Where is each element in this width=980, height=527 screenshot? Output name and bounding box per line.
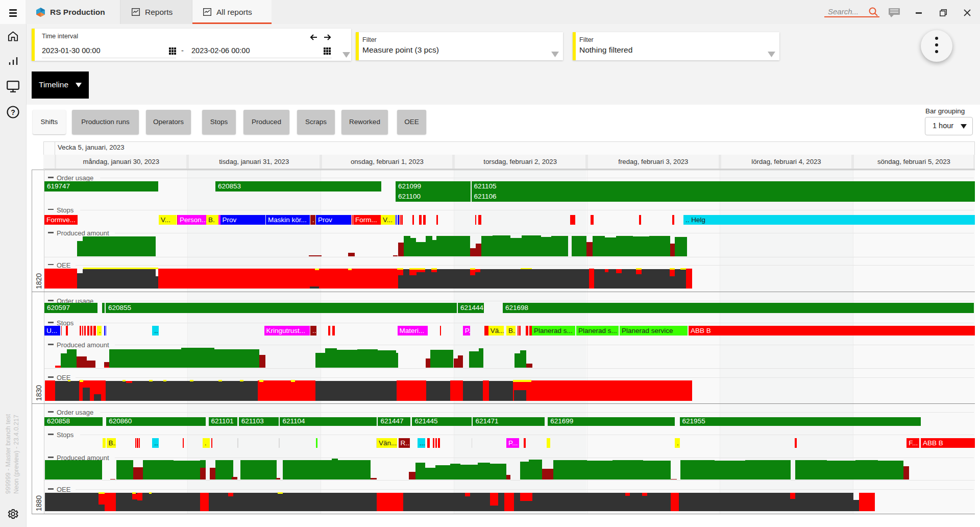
svg-text:?: ? xyxy=(11,108,15,116)
